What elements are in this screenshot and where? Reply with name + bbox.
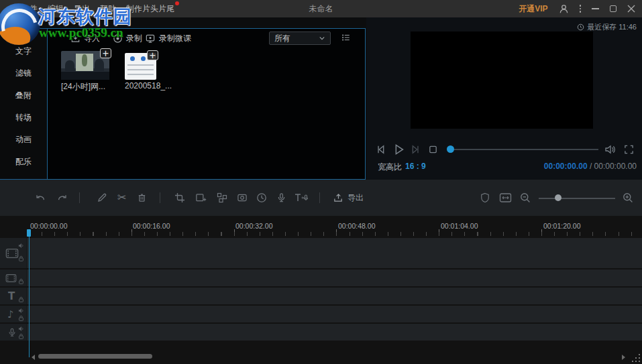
clock-icon [577,23,584,31]
scale-icon[interactable] [195,192,207,203]
music-track-header: ♪ [0,306,27,322]
lock-icon[interactable] [18,278,24,284]
media-item-image[interactable]: + [125,53,156,80]
zoom-in-icon[interactable] [623,192,633,203]
previous-frame-button[interactable] [376,144,387,156]
thumbnail-person-left [65,60,74,71]
import-icon [70,34,81,44]
redo-icon[interactable] [56,193,68,203]
more-menu-icon[interactable] [580,5,582,13]
thumbnail-desk [61,72,109,80]
thumbnail-text-lines [127,64,154,76]
seek-handle[interactable] [447,145,454,153]
stop-button[interactable] [428,145,438,155]
maximize-button[interactable] [610,5,617,12]
account-icon[interactable] [559,4,569,14]
play-button[interactable] [392,143,405,156]
chevron-down-icon [319,36,325,41]
preview-panel: 最近保存 11:46 宽高比 [366,17,642,180]
scroll-right-arrow[interactable] [622,355,625,360]
text-track[interactable]: T [0,288,642,304]
split-scissors-icon[interactable]: ✂ [117,192,126,203]
import-label: 导入 [84,33,100,44]
menu-help[interactable]: 帮助 [100,3,116,15]
sidebar-item-transitions[interactable]: 转场 [15,113,32,122]
lock-icon[interactable] [18,296,24,302]
media-filter-dropdown[interactable]: 所有 [269,32,331,45]
pip-track[interactable] [0,269,642,286]
sidebar-item-overlays[interactable]: 叠附 [15,91,32,100]
text-track-header: T [0,288,27,304]
thumbnail-person-right [95,59,104,71]
sidebar-item-filters[interactable]: 滤镜 [15,69,32,78]
export-button[interactable]: 导出 [333,192,364,204]
mosaic-icon[interactable] [217,192,227,203]
window-resize-grip[interactable] [631,353,641,363]
lock-icon[interactable] [18,255,24,261]
import-button[interactable]: 导入 [70,33,100,44]
media-library-panel: 导入 录制 录制微课 所有 + [47,28,366,180]
record-icon [113,34,123,44]
pip-track-header [0,269,27,286]
lock-icon[interactable] [18,315,24,321]
sidebar-item-text[interactable]: 文字 [15,47,32,56]
thumbnail-plant [82,54,87,66]
undo-icon[interactable] [35,193,46,203]
music-track[interactable]: ♪ [0,306,642,322]
minimize-button[interactable] [592,8,599,9]
list-view-icon[interactable] [341,33,351,42]
media-item-video[interactable]: + [61,51,109,80]
export-share-icon [333,193,343,203]
menu-export[interactable]: 导出 [74,3,90,15]
fit-timeline-icon[interactable] [499,193,512,203]
playhead-handle[interactable] [27,229,31,237]
fullscreen-icon[interactable] [624,145,634,155]
text-to-speech-icon[interactable] [294,192,309,203]
title-bar: 文件 编辑 导出 帮助 制作片头片尾 未命名 开通VIP [0,0,642,17]
crop-icon[interactable] [174,192,185,203]
seek-bar[interactable] [452,149,598,150]
screen-record-icon [145,34,156,44]
timeline-zoom-handle[interactable] [555,194,561,201]
next-frame-button[interactable] [409,144,421,156]
sidebar-item-animations[interactable]: 动画 [15,135,32,144]
shield-icon[interactable] [480,192,490,203]
video-track[interactable] [0,238,642,268]
mute-speaker-icon[interactable] [18,308,24,314]
voiceover-mic-icon[interactable] [276,192,286,203]
edit-pencil-icon[interactable] [97,192,107,203]
menu-make-intro-outro[interactable]: 制作片头片尾 [126,3,174,15]
volume-icon[interactable] [604,144,617,155]
close-button[interactable] [627,5,635,13]
open-vip-button[interactable]: 开通VIP [519,3,547,15]
menu-file[interactable]: 文件 [21,3,38,15]
current-time: 00:00:00.00 [544,162,588,171]
delete-trash-icon[interactable] [137,192,147,203]
menu-edit[interactable]: 编辑 [48,3,64,15]
sidebar-item-music[interactable]: 配乐 [15,158,32,166]
horizontal-scrollbar[interactable] [38,354,152,359]
film-icon [5,274,17,283]
screen-record-button[interactable]: 录制微课 [145,33,191,44]
scroll-left-arrow[interactable] [32,355,35,360]
edit-toolbar: ✂ 导出 [0,180,642,216]
timeline-zoom-slider[interactable] [539,198,615,199]
duration-clock-icon[interactable] [256,192,267,203]
mute-speaker-icon[interactable] [18,326,24,332]
timecode-display: 00:00:00.00 / 00:00:00.00 [544,162,637,171]
export-label: 导出 [347,192,364,204]
record-button[interactable]: 录制 [113,33,142,44]
aspect-ratio-value[interactable]: 16 : 9 [405,162,426,171]
voiceover-track[interactable] [0,324,642,341]
toolbar-divider [79,192,80,203]
snapshot-camera-icon[interactable] [237,193,248,203]
zoom-out-icon[interactable] [520,192,531,203]
ruler-minor-ticks[interactable] [29,232,642,236]
voiceover-track-header [0,324,27,341]
lock-icon[interactable] [18,333,24,339]
mute-speaker-icon[interactable] [18,243,24,249]
add-to-track-icon[interactable]: + [100,48,111,58]
add-to-track-icon[interactable]: + [147,50,158,60]
text-icon: T [8,290,15,302]
media-filter-value: 所有 [274,33,290,44]
